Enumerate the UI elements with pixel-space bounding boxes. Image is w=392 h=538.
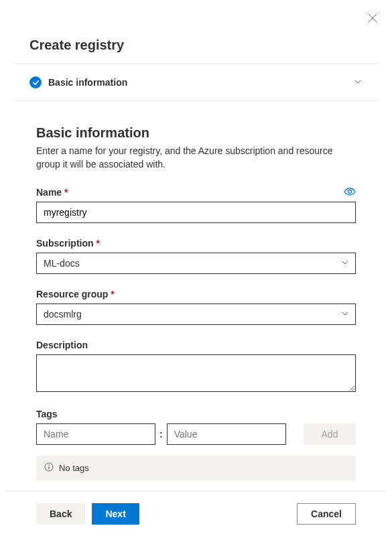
subscription-label: Subscription * [36, 238, 356, 249]
name-label: Name * [36, 187, 68, 198]
cancel-button[interactable]: Cancel [297, 503, 356, 525]
check-circle-icon [29, 76, 42, 88]
page-title: Create registry [0, 0, 392, 64]
description-field: Description [36, 340, 356, 394]
tag-name-input[interactable] [36, 423, 155, 445]
info-icon [44, 462, 54, 474]
svg-rect-3 [48, 466, 49, 470]
resource-group-label: Resource group * [36, 289, 356, 299]
required-asterisk: * [96, 238, 99, 249]
tags-label: Tags [36, 409, 356, 419]
body-description: Enter a name for your registry, and the … [36, 145, 356, 171]
required-asterisk: * [64, 187, 68, 198]
section-body: Basic information Enter a name for your … [0, 101, 392, 494]
next-button[interactable]: Next [92, 503, 139, 525]
description-label: Description [36, 340, 356, 350]
tags-field: Tags : Add No tags [36, 409, 356, 480]
description-textarea[interactable] [36, 354, 356, 392]
eye-icon[interactable] [344, 187, 356, 198]
back-button[interactable]: Back [36, 503, 85, 525]
section-header[interactable]: Basic information [0, 64, 392, 100]
subscription-select[interactable]: ML-docs [36, 253, 356, 274]
required-asterisk: * [111, 289, 114, 299]
resource-group-field: Resource group * docsmlrg [36, 289, 356, 325]
close-icon[interactable] [368, 13, 377, 25]
no-tags-text: No tags [59, 463, 89, 473]
resource-group-select[interactable]: docsmlrg [36, 304, 356, 325]
add-tag-button[interactable]: Add [304, 423, 356, 445]
tag-value-input[interactable] [167, 423, 286, 445]
svg-point-0 [348, 190, 352, 194]
section-title: Basic information [48, 77, 346, 88]
chevron-down-icon [353, 77, 363, 88]
no-tags-message: No tags [36, 456, 356, 480]
subscription-field: Subscription * ML-docs [36, 238, 356, 274]
tag-separator: : [159, 429, 163, 440]
name-input[interactable] [36, 202, 356, 223]
footer: Back Next Cancel [7, 490, 385, 525]
body-heading: Basic information [36, 125, 356, 141]
svg-point-2 [48, 464, 50, 466]
name-field: Name * [36, 187, 356, 223]
